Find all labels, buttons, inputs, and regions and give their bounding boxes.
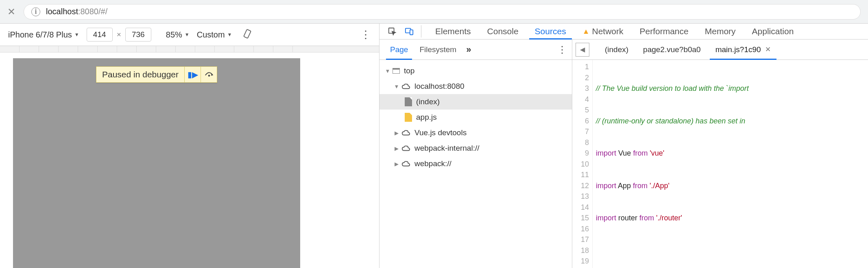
file-tree: top localhost:8080 (index) app.js Vue.js… xyxy=(379,60,572,268)
filetab-page2[interactable]: page2.vue?b0a0 xyxy=(636,40,708,59)
paused-overlay: Paused in debugger ▮▶ xyxy=(96,66,217,83)
rotate-icon[interactable] xyxy=(242,29,253,41)
device-toolbar: iPhone 6/7/8 Plus ▼ × 85% ▼ Custom ▼ ⋮ xyxy=(0,24,379,46)
device-name-label: iPhone 6/7/8 Plus xyxy=(8,30,72,40)
device-viewport: Paused in debugger ▮▶ xyxy=(0,46,379,268)
sources-navigator: Page Filesystem » ⋮ top localhost:8080 (… xyxy=(379,40,572,268)
tab-console[interactable]: Console xyxy=(479,24,527,39)
filetab-main[interactable]: main.js?1c90✕ xyxy=(708,40,778,59)
line-gutter: 12345678910111213141516171819 xyxy=(572,60,593,268)
cloud-icon xyxy=(401,160,410,167)
tab-network[interactable]: ▲Network xyxy=(574,24,632,39)
subtab-page[interactable]: Page xyxy=(384,40,414,59)
info-icon[interactable]: i xyxy=(31,7,40,16)
tree-file-appjs[interactable]: app.js xyxy=(379,110,572,125)
cloud-icon xyxy=(401,130,410,136)
editor-tabs: ◀ (index) page2.vue?b0a0 main.js?1c90✕ xyxy=(572,40,868,60)
tree-host[interactable]: localhost:8080 xyxy=(379,79,572,94)
filetab-index[interactable]: (index) xyxy=(598,40,636,59)
more-icon[interactable]: ⋮ xyxy=(557,44,567,55)
chevron-down-icon: ▼ xyxy=(227,32,232,37)
tree-webpack-internal[interactable]: webpack-internal:// xyxy=(379,141,572,156)
code-editor: ◀ (index) page2.vue?b0a0 main.js?1c90✕ 1… xyxy=(572,40,868,268)
url-host: localhost xyxy=(46,7,78,16)
close-icon[interactable]: ✕ xyxy=(765,45,771,54)
browser-address-bar: ✕ i localhost:8080/#/ xyxy=(0,0,868,24)
throttle-label: Custom xyxy=(197,30,225,40)
tree-top[interactable]: top xyxy=(379,63,572,79)
device-select[interactable]: iPhone 6/7/8 Plus ▼ xyxy=(8,30,79,40)
cloud-icon xyxy=(401,145,410,152)
toggle-device-icon[interactable] xyxy=(401,24,417,39)
url-path: :8080/#/ xyxy=(78,7,107,16)
ruler xyxy=(0,46,379,53)
simulated-page[interactable]: Paused in debugger ▮▶ xyxy=(13,58,300,268)
code-lines: // The Vue build version to load with th… xyxy=(593,60,868,268)
device-height-input[interactable] xyxy=(125,28,151,42)
chevron-down-icon: ▼ xyxy=(74,32,79,37)
close-icon[interactable]: ✕ xyxy=(7,6,15,18)
tab-application[interactable]: Application xyxy=(744,24,802,39)
js-file-icon xyxy=(405,113,412,122)
chevron-down-icon: ▼ xyxy=(185,32,190,37)
tab-memory[interactable]: Memory xyxy=(697,24,744,39)
svg-rect-4 xyxy=(410,30,413,35)
step-over-icon xyxy=(205,70,214,79)
zoom-select[interactable]: 85% ▼ xyxy=(166,30,190,40)
subtab-filesystem[interactable]: Filesystem xyxy=(414,40,462,59)
device-width-input[interactable] xyxy=(87,28,113,42)
overflow-icon[interactable]: » xyxy=(466,44,471,55)
url-input[interactable]: i localhost:8080/#/ xyxy=(24,4,861,20)
inspect-element-icon[interactable] xyxy=(384,24,400,39)
warning-icon: ▲ xyxy=(582,27,590,36)
tab-elements[interactable]: Elements xyxy=(427,24,479,39)
svg-rect-0 xyxy=(243,29,251,38)
tab-sources[interactable]: Sources xyxy=(527,24,574,39)
tab-performance[interactable]: Performance xyxy=(632,24,697,39)
step-over-button[interactable] xyxy=(201,67,217,82)
tree-file-index[interactable]: (index) xyxy=(379,94,572,110)
tree-vue-devtools[interactable]: Vue.js devtools xyxy=(379,125,572,141)
dimension-separator: × xyxy=(117,30,121,39)
cloud-icon xyxy=(401,83,410,90)
devtools-panel: Elements Console Sources ▲Network Perfor… xyxy=(379,24,868,268)
paused-label: Paused in debugger xyxy=(96,70,184,79)
tree-webpack[interactable]: webpack:// xyxy=(379,156,572,171)
code-area[interactable]: 12345678910111213141516171819 // The Vue… xyxy=(572,60,868,268)
throttle-select[interactable]: Custom ▼ xyxy=(197,30,232,40)
play-icon: ▮▶ xyxy=(188,70,198,79)
device-emulator: iPhone 6/7/8 Plus ▼ × 85% ▼ Custom ▼ ⋮ xyxy=(0,24,379,268)
nav-back-icon[interactable]: ◀ xyxy=(576,43,589,57)
zoom-label: 85% xyxy=(166,30,182,40)
window-icon xyxy=(393,68,400,74)
resume-button[interactable]: ▮▶ xyxy=(184,67,201,82)
file-icon xyxy=(405,97,412,106)
devtools-tabbar: Elements Console Sources ▲Network Perfor… xyxy=(379,24,868,40)
more-icon[interactable]: ⋮ xyxy=(360,29,371,41)
svg-point-1 xyxy=(208,75,210,77)
sources-subtabs: Page Filesystem » ⋮ xyxy=(379,40,572,60)
